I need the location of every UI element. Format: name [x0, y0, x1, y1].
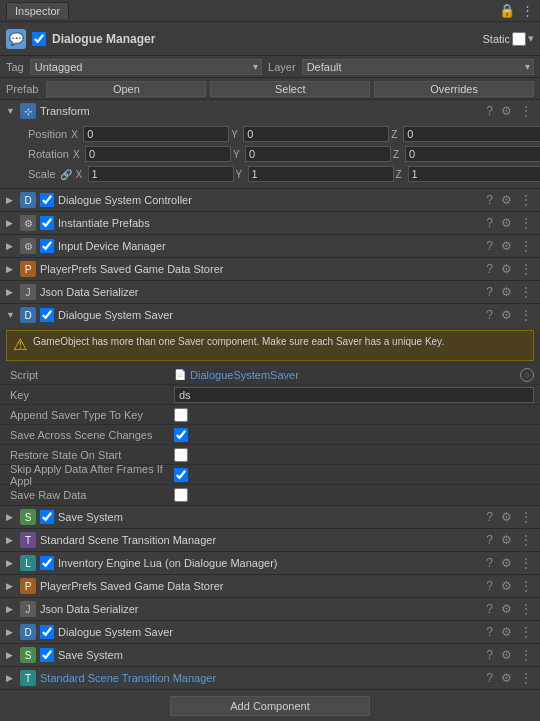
position-x-input[interactable]: [83, 126, 229, 142]
pp2-menu-icon[interactable]: ⋮: [518, 579, 534, 593]
lock-icon[interactable]: 🔒: [499, 3, 515, 18]
static-checkbox[interactable]: [512, 32, 526, 46]
component-ss2-header[interactable]: ▶ S Save System ? ⚙ ⋮: [0, 644, 540, 666]
sstm2-name[interactable]: Standard Scene Transition Manager: [40, 672, 480, 684]
dss2-settings-icon[interactable]: ⚙: [499, 625, 514, 639]
rotation-z-input[interactable]: [405, 146, 540, 162]
component-playerprefs-1-header[interactable]: ▶ P PlayerPrefs Saved Game Data Storer ?…: [0, 258, 540, 280]
transform-menu-icon[interactable]: ⋮: [518, 104, 534, 118]
dss1-menu-icon[interactable]: ⋮: [518, 308, 534, 322]
component-instantiate-prefabs-header[interactable]: ▶ ⚙ Instantiate Prefabs ? ⚙ ⋮: [0, 212, 540, 234]
idm-menu-icon[interactable]: ⋮: [518, 239, 534, 253]
idm-help-icon[interactable]: ?: [484, 239, 495, 253]
rotation-y-input[interactable]: [245, 146, 391, 162]
tag-select-wrap[interactable]: Untagged: [30, 59, 262, 75]
position-z-input[interactable]: [403, 126, 540, 142]
scale-z-input[interactable]: [408, 166, 540, 182]
component-dss2-header[interactable]: ▶ D Dialogue System Saver ? ⚙ ⋮: [0, 621, 540, 643]
pp2-settings-icon[interactable]: ⚙: [499, 579, 514, 593]
pp1-settings-icon[interactable]: ⚙: [499, 262, 514, 276]
dss1-save-across-checkbox[interactable]: [174, 428, 188, 442]
inspector-tab[interactable]: Inspector: [6, 2, 69, 19]
dsc-enabled-checkbox[interactable]: [40, 193, 54, 207]
ss1-menu-icon[interactable]: ⋮: [518, 510, 534, 524]
rotation-x-input[interactable]: [85, 146, 231, 162]
component-dialogue-system-controller-header[interactable]: ▶ D Dialogue System Controller ? ⚙ ⋮: [0, 189, 540, 211]
dsc-menu-icon[interactable]: ⋮: [518, 193, 534, 207]
position-y-input[interactable]: [243, 126, 389, 142]
ss2-menu-icon[interactable]: ⋮: [518, 648, 534, 662]
json2-menu-icon[interactable]: ⋮: [518, 602, 534, 616]
sstm2-help-icon[interactable]: ?: [484, 671, 495, 685]
component-iel-header[interactable]: ▶ L Inventory Engine Lua (on Dialogue Ma…: [0, 552, 540, 574]
dss1-key-input[interactable]: [174, 387, 534, 403]
dss1-raw-checkbox[interactable]: [174, 488, 188, 502]
dss1-help-icon[interactable]: ?: [484, 308, 495, 322]
idm-enabled-checkbox[interactable]: [40, 239, 54, 253]
ip-enabled-checkbox[interactable]: [40, 216, 54, 230]
scale-y-input[interactable]: [248, 166, 394, 182]
idm-settings-icon[interactable]: ⚙: [499, 239, 514, 253]
static-dropdown-arrow[interactable]: ▾: [528, 32, 534, 45]
dss1-script-circle-btn[interactable]: ○: [520, 368, 534, 382]
json1-menu-icon[interactable]: ⋮: [518, 285, 534, 299]
component-json-1-header[interactable]: ▶ J Json Data Serializer ? ⚙ ⋮: [0, 281, 540, 303]
dss1-skip-checkbox[interactable]: [174, 468, 188, 482]
pp1-menu-icon[interactable]: ⋮: [518, 262, 534, 276]
transform-help-icon[interactable]: ?: [484, 104, 495, 118]
prefab-select-button[interactable]: Select: [210, 81, 370, 97]
dss1-script-name[interactable]: DialogueSystemSaver: [190, 369, 299, 381]
add-component-button[interactable]: Add Component: [170, 696, 370, 716]
iel-settings-icon[interactable]: ⚙: [499, 556, 514, 570]
iel-menu-icon[interactable]: ⋮: [518, 556, 534, 570]
iel-help-icon[interactable]: ?: [484, 556, 495, 570]
transform-header[interactable]: ▼ ⊹ Transform ? ⚙ ⋮: [0, 100, 540, 122]
json2-help-icon[interactable]: ?: [484, 602, 495, 616]
transform-settings-icon[interactable]: ⚙: [499, 104, 514, 118]
layer-select[interactable]: Default: [302, 59, 534, 75]
prefab-overrides-button[interactable]: Overrides: [374, 81, 534, 97]
dss1-enabled-checkbox[interactable]: [40, 308, 54, 322]
component-dss1-header[interactable]: ▼ D Dialogue System Saver ? ⚙ ⋮: [0, 304, 540, 326]
iel-enabled-checkbox[interactable]: [40, 556, 54, 570]
dss2-enabled-checkbox[interactable]: [40, 625, 54, 639]
tag-select[interactable]: Untagged: [30, 59, 262, 75]
sstm1-menu-icon[interactable]: ⋮: [518, 533, 534, 547]
json1-help-icon[interactable]: ?: [484, 285, 495, 299]
dsc-help-icon[interactable]: ?: [484, 193, 495, 207]
json1-settings-icon[interactable]: ⚙: [499, 285, 514, 299]
ss2-settings-icon[interactable]: ⚙: [499, 648, 514, 662]
component-json2-header[interactable]: ▶ J Json Data Serializer ? ⚙ ⋮: [0, 598, 540, 620]
ss1-settings-icon[interactable]: ⚙: [499, 510, 514, 524]
dss2-help-icon[interactable]: ?: [484, 625, 495, 639]
scale-link-icon[interactable]: 🔗: [60, 169, 72, 180]
sstm2-menu-icon[interactable]: ⋮: [518, 671, 534, 685]
ss1-help-icon[interactable]: ?: [484, 510, 495, 524]
ip-settings-icon[interactable]: ⚙: [499, 216, 514, 230]
ss1-enabled-checkbox[interactable]: [40, 510, 54, 524]
component-pp2-header[interactable]: ▶ P PlayerPrefs Saved Game Data Storer ?…: [0, 575, 540, 597]
ip-menu-icon[interactable]: ⋮: [518, 216, 534, 230]
prefab-open-button[interactable]: Open: [46, 81, 206, 97]
object-enabled-checkbox[interactable]: [32, 32, 46, 46]
layer-select-wrap[interactable]: Default: [302, 59, 534, 75]
menu-icon[interactable]: ⋮: [521, 3, 534, 18]
component-ss1-header[interactable]: ▶ S Save System ? ⚙ ⋮: [0, 506, 540, 528]
ip-help-icon[interactable]: ?: [484, 216, 495, 230]
ss2-enabled-checkbox[interactable]: [40, 648, 54, 662]
pp1-help-icon[interactable]: ?: [484, 262, 495, 276]
sstm2-settings-icon[interactable]: ⚙: [499, 671, 514, 685]
sstm1-settings-icon[interactable]: ⚙: [499, 533, 514, 547]
scale-x-input[interactable]: [88, 166, 234, 182]
dss1-append-checkbox[interactable]: [174, 408, 188, 422]
json2-settings-icon[interactable]: ⚙: [499, 602, 514, 616]
sstm1-help-icon[interactable]: ?: [484, 533, 495, 547]
component-sstm2-header[interactable]: ▶ T Standard Scene Transition Manager ? …: [0, 667, 540, 689]
pp2-help-icon[interactable]: ?: [484, 579, 495, 593]
component-sstm1-header[interactable]: ▶ T Standard Scene Transition Manager ? …: [0, 529, 540, 551]
dss1-settings-icon[interactable]: ⚙: [499, 308, 514, 322]
dss1-restore-checkbox[interactable]: [174, 448, 188, 462]
dsc-settings-icon[interactable]: ⚙: [499, 193, 514, 207]
ss2-help-icon[interactable]: ?: [484, 648, 495, 662]
dss2-menu-icon[interactable]: ⋮: [518, 625, 534, 639]
